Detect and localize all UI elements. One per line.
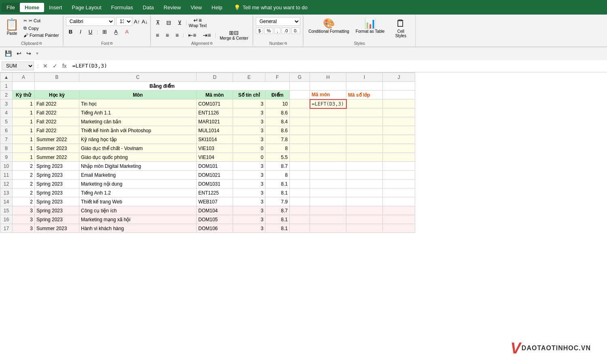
cell-D17[interactable]: DOM106 (197, 224, 233, 233)
cell-C9[interactable]: Giáo dục quốc phòng (79, 153, 197, 162)
cell-E15[interactable]: 3 (233, 206, 265, 215)
cell-B16[interactable]: Spring 2023 (35, 215, 79, 224)
cell-F4[interactable]: 8.6 (265, 108, 290, 117)
format-as-table-button[interactable]: 📊 Format as Table (353, 17, 387, 34)
cell-I16[interactable] (346, 215, 383, 224)
cell-F17[interactable]: 8.1 (265, 224, 290, 233)
menu-page-layout[interactable]: Page Layout (67, 3, 106, 12)
font-grow-button[interactable]: A↑ (134, 19, 140, 25)
cell-A15[interactable]: 3 (13, 206, 35, 215)
cell-J15[interactable] (383, 206, 415, 215)
copy-button[interactable]: ⧉ Copy (22, 25, 60, 31)
undo-button[interactable]: ↩ (15, 49, 23, 57)
cell-C10[interactable]: Nhập môn Digital Marketing (79, 162, 197, 171)
font-size-select[interactable]: 13 (116, 17, 132, 26)
col-header-H[interactable]: H (310, 73, 346, 82)
font-color-button[interactable]: A (122, 28, 132, 36)
cell-G5[interactable] (290, 117, 310, 126)
cell-E14[interactable]: 3 (233, 197, 265, 206)
underline-button[interactable]: U (86, 28, 95, 36)
cell-D9[interactable]: VIE104 (197, 153, 233, 162)
cell-styles-button[interactable]: 🗒 CellStyles (388, 17, 413, 39)
cell-H16[interactable] (310, 215, 346, 224)
menu-review[interactable]: Review (159, 3, 186, 12)
merge-center-button[interactable]: ⊞⊟ Merge & Center (218, 30, 250, 40)
menu-insert[interactable]: Insert (44, 3, 67, 12)
cell-I12[interactable] (346, 180, 383, 188)
cell-G7[interactable] (290, 135, 310, 144)
menu-formulas[interactable]: Formulas (106, 3, 138, 12)
cell-A16[interactable]: 3 (13, 215, 35, 224)
cell-D12[interactable]: DOM1031 (197, 180, 233, 188)
italic-button[interactable]: I (77, 28, 84, 36)
cell-C4[interactable]: Tiếng Anh 1.1 (79, 108, 197, 117)
cell-D13[interactable]: ENT1225 (197, 188, 233, 197)
cell-J16[interactable] (383, 215, 415, 224)
fill-color-button[interactable]: A̲ (111, 28, 121, 36)
col-header-A[interactable]: A (13, 73, 35, 82)
save-button[interactable]: 💾 (3, 49, 13, 57)
cell-C1-title[interactable]: Bảng điểm (35, 82, 290, 91)
cell-E16[interactable]: 3 (233, 215, 265, 224)
cell-G8[interactable] (290, 144, 310, 153)
cell-C6[interactable]: Thiết kế hình ảnh với Photoshop (79, 126, 197, 135)
cell-A2[interactable]: Kỳ thử (13, 91, 35, 99)
cell-C11[interactable]: Email Marketing (79, 171, 197, 180)
paste-button[interactable]: 📋 Paste (2, 17, 21, 36)
font-expand-icon[interactable]: ⧉ (110, 41, 112, 46)
cell-D16[interactable]: DOM105 (197, 215, 233, 224)
cell-J3[interactable] (383, 99, 415, 108)
cell-B3[interactable]: Fall 2022 (35, 99, 79, 108)
cell-C17[interactable]: Hành vi khách hàng (79, 224, 197, 233)
cell-H7[interactable] (310, 135, 346, 144)
cell-G14[interactable] (290, 197, 310, 206)
cell-B2[interactable]: Học kỳ (35, 91, 79, 99)
cell-J17[interactable] (383, 224, 415, 233)
align-middle-button[interactable]: ⊟ (164, 18, 174, 27)
cell-B4[interactable]: Fall 2022 (35, 108, 79, 117)
cell-C15[interactable]: Công cụ tiện ích (79, 206, 197, 215)
cell-G11[interactable] (290, 171, 310, 180)
cell-B10[interactable]: Spring 2023 (35, 162, 79, 171)
cell-F8[interactable]: 8 (265, 144, 290, 153)
cell-J8[interactable] (383, 144, 415, 153)
cell-E3[interactable]: 3 (233, 99, 265, 108)
cell-A7[interactable]: 1 (13, 135, 35, 144)
cell-H6[interactable] (310, 126, 346, 135)
cell-H5[interactable] (310, 117, 346, 126)
decrease-indent-button[interactable]: ⇤≡ (186, 31, 199, 40)
cell-F12[interactable]: 8.1 (265, 180, 290, 188)
cell-A5[interactable]: 1 (13, 117, 35, 126)
cell-C2[interactable]: Môn (79, 91, 197, 99)
cell-D14[interactable]: WEB107 (197, 197, 233, 206)
cell-F9[interactable]: 5.5 (265, 153, 290, 162)
conditional-formatting-button[interactable]: 🎨 Conditional Formatting (306, 17, 352, 34)
cell-D10[interactable]: DOM101 (197, 162, 233, 171)
cell-H12[interactable] (310, 180, 346, 188)
col-header-G[interactable]: G (290, 73, 310, 82)
cell-G15[interactable] (290, 206, 310, 215)
col-header-B[interactable]: B (35, 73, 79, 82)
cell-C12[interactable]: Marketing nội dung (79, 180, 197, 188)
redo-button[interactable]: ↪ (25, 49, 33, 57)
cell-C3[interactable]: Tin học (79, 99, 197, 108)
cell-I13[interactable] (346, 188, 383, 197)
cell-F13[interactable]: 8.1 (265, 188, 290, 197)
cell-C8[interactable]: Giáo dục thể chất - Vovinam (79, 144, 197, 153)
cell-F5[interactable]: 8.4 (265, 117, 290, 126)
cell-H3-formula[interactable]: =LEFT(D3,3) (310, 99, 346, 108)
cell-B15[interactable]: Spring 2023 (35, 206, 79, 215)
font-name-select[interactable]: Calibri (66, 17, 115, 26)
cell-J9[interactable] (383, 153, 415, 162)
align-bottom-button[interactable]: ⊻ (175, 18, 184, 27)
menu-home[interactable]: Home (20, 3, 44, 12)
cell-J14[interactable] (383, 197, 415, 206)
increase-decimal-button[interactable]: 0. (291, 28, 300, 34)
cell-E4[interactable]: 3 (233, 108, 265, 117)
cell-B12[interactable]: Spring 2023 (35, 180, 79, 188)
cell-H10[interactable] (310, 162, 346, 171)
cell-I10[interactable] (346, 162, 383, 171)
cell-J13[interactable] (383, 188, 415, 197)
col-header-F[interactable]: F (265, 73, 290, 82)
cell-H17[interactable] (310, 224, 346, 233)
